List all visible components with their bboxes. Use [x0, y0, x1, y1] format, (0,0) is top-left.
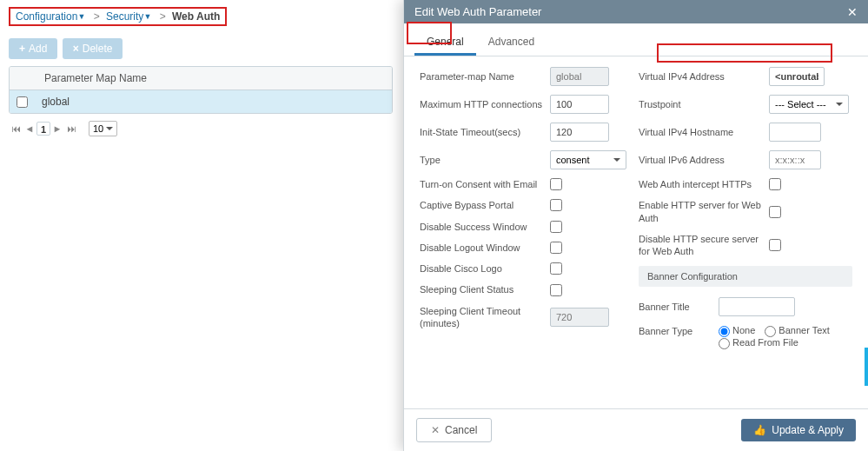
sleeping-timeout-label: Sleeping Client Timeout (minutes) [420, 305, 550, 330]
disable-https-checkbox[interactable] [769, 239, 781, 251]
disable-https-label: Disable HTTP secure server for Web Auth [639, 233, 769, 258]
scroll-indicator [865, 348, 868, 386]
type-label: Type [420, 154, 550, 166]
banner-type-none[interactable]: None [719, 325, 755, 335]
pager-page[interactable]: 1 [36, 122, 50, 136]
banner-section: Banner Configuration [639, 266, 852, 287]
captive-label: Captive Bypass Portal [420, 199, 550, 211]
banner-type-text[interactable]: Banner Text [765, 325, 830, 335]
intercept-label: Web Auth intercept HTTPs [639, 178, 769, 190]
pager-last-icon[interactable]: ⏭ [64, 122, 78, 136]
disable-logout-checkbox[interactable] [550, 242, 562, 254]
row-checkbox[interactable] [17, 96, 28, 108]
v4addr-field[interactable] [769, 67, 825, 86]
crumb-security[interactable]: Security [106, 10, 143, 23]
banner-title-field[interactable] [719, 297, 795, 316]
pager-next-icon[interactable]: ► [50, 122, 64, 136]
consent-email-label: Turn-on Consent with Email [420, 178, 550, 190]
param-name-field [550, 67, 609, 86]
banner-type-file[interactable]: Read From File [719, 337, 798, 348]
init-timeout-label: Init-State Timeout(secs) [420, 126, 550, 138]
v6addr-field[interactable] [769, 150, 821, 169]
breadcrumb: Configuration▼ > Security▼ > Web Auth [9, 7, 227, 26]
captive-checkbox[interactable] [550, 199, 562, 211]
cancel-button[interactable]: ✕Cancel [416, 418, 492, 442]
sleeping-timeout-field [550, 308, 609, 327]
consent-email-checkbox[interactable] [550, 178, 562, 190]
v4host-field[interactable] [769, 123, 821, 142]
disable-success-label: Disable Success Window [420, 221, 550, 233]
intercept-checkbox[interactable] [769, 178, 781, 190]
max-http-field[interactable] [550, 95, 609, 114]
disable-logout-label: Disable Logout Window [420, 242, 550, 254]
delete-button[interactable]: ×Delete [63, 38, 123, 59]
add-button[interactable]: +Add [9, 38, 57, 59]
x-icon: × [73, 43, 79, 55]
trustpoint-label: Trustpoint [639, 98, 769, 110]
v6addr-label: Virtual IPv6 Address [639, 154, 769, 166]
enable-http-label: Enable HTTP server for Web Auth [639, 199, 769, 224]
banner-title-label: Banner Title [639, 301, 719, 313]
thumbs-up-icon: 👍 [753, 424, 766, 436]
parameter-map-table: Parameter Map Name global [9, 66, 393, 114]
tab-general[interactable]: General [414, 30, 476, 56]
table-row[interactable]: global [10, 90, 392, 113]
table-header: Parameter Map Name [10, 67, 392, 90]
panel-title: Edit Web Auth Parameter [414, 5, 541, 18]
trustpoint-select[interactable]: --- Select --- [769, 95, 849, 114]
param-name-label: Parameter-map Name [420, 70, 550, 83]
disable-logo-checkbox[interactable] [550, 262, 562, 275]
max-http-label: Maximum HTTP connections [420, 98, 550, 110]
pager: ⏮ ◄ 1 ► ⏭ 10 [9, 121, 393, 136]
row-name: global [42, 96, 70, 108]
enable-http-checkbox[interactable] [769, 206, 781, 218]
v4addr-label: Virtual IPv4 Address [639, 70, 769, 83]
crumb-current: Web Auth [172, 10, 220, 23]
tab-advanced[interactable]: Advanced [476, 30, 547, 56]
disable-success-checkbox[interactable] [550, 221, 562, 233]
pager-prev-icon[interactable]: ◄ [23, 122, 36, 136]
type-select[interactable]: consent [550, 150, 626, 169]
update-apply-button[interactable]: 👍Update & Apply [741, 419, 856, 441]
crumb-configuration[interactable]: Configuration [16, 10, 77, 23]
cancel-x-icon: ✕ [431, 424, 440, 436]
banner-type-label: Banner Type [639, 325, 719, 337]
pager-first-icon[interactable]: ⏮ [9, 122, 23, 136]
plus-icon: + [19, 43, 25, 55]
pager-size-select[interactable]: 10 [89, 121, 117, 136]
close-icon[interactable]: ✕ [847, 6, 858, 18]
sleeping-status-checkbox[interactable] [550, 284, 562, 296]
v4host-label: Virtual IPv4 Hostname [639, 126, 769, 138]
edit-panel: Edit Web Auth Parameter ✕ General Advanc… [403, 0, 868, 451]
init-timeout-field[interactable] [550, 123, 609, 142]
disable-logo-label: Disable Cisco Logo [420, 262, 550, 275]
sleeping-status-label: Sleeping Client Status [420, 283, 550, 295]
